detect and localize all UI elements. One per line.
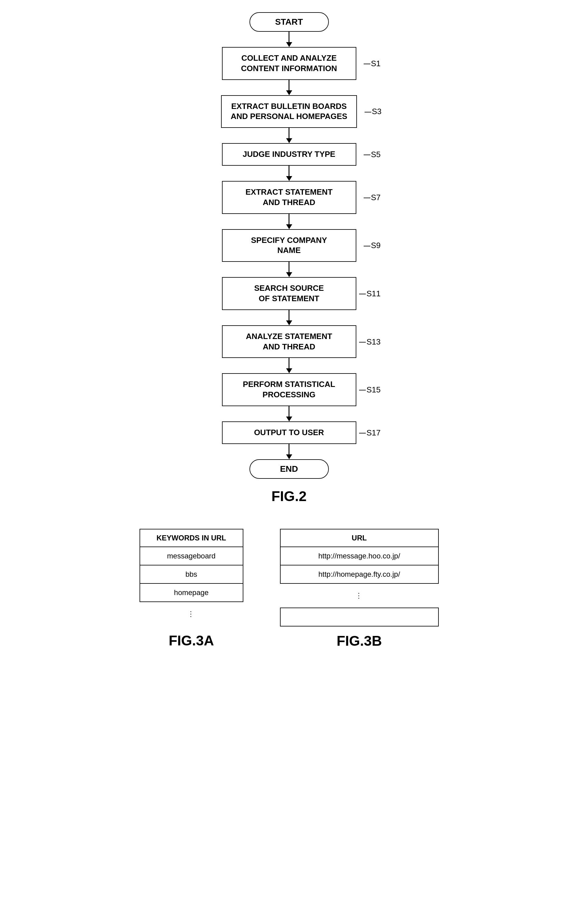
step-s5-box: JUDGE INDUSTRY TYPE [222, 143, 356, 166]
fig3b-row-1: http://message.hoo.co.jp/ [280, 547, 438, 565]
step-s3-tag: S3 [365, 107, 382, 116]
fig3a-label: FIG.3A [169, 632, 214, 649]
end-node: END [250, 459, 329, 479]
fig3a-dashed: ⋮ [140, 602, 243, 626]
table-row [280, 608, 438, 626]
step-s11-box: SEARCH SOURCE OF STATEMENT [222, 277, 356, 310]
fig3a-table: KEYWORDS IN URL messageboard bbs homepag… [140, 529, 244, 626]
arrow-3 [286, 166, 292, 181]
fig3b-empty1 [280, 608, 438, 626]
arrow-6 [286, 310, 292, 325]
step-s9-tag: S9 [364, 241, 381, 250]
step-s7-row: EXTRACT STATEMENT AND THREAD S7 [222, 181, 356, 214]
arrow-1 [286, 80, 292, 95]
table-row: ⋮ [140, 602, 243, 626]
step-s5-tag: S5 [364, 150, 381, 159]
step-s15-box: PERFORM STATISTICAL PROCESSING [222, 373, 356, 406]
step-s15-row: PERFORM STATISTICAL PROCESSING S15 [222, 373, 356, 406]
step-s3-box: EXTRACT BULLETIN BOARDS AND PERSONAL HOM… [221, 95, 357, 128]
step-s1-box: COLLECT AND ANALYZE CONTENT INFORMATION [222, 47, 356, 80]
arrow-head [286, 42, 292, 47]
step-s17-row: OUTPUT TO USER S17 [222, 421, 356, 444]
arrow-0 [286, 32, 292, 47]
table-row: ⋮ [280, 583, 438, 608]
fig3a-header: KEYWORDS IN URL [140, 529, 243, 547]
arrow-5 [286, 262, 292, 277]
fig3a-row-3: homepage [140, 583, 243, 602]
arrow-9 [286, 444, 292, 459]
step-s11-row: SEARCH SOURCE OF STATEMENT S11 [222, 277, 356, 310]
table-row: http://homepage.fty.co.jp/ [280, 565, 438, 583]
table-row: messageboard [140, 547, 243, 565]
step-s7-box: EXTRACT STATEMENT AND THREAD [222, 181, 356, 214]
diagram-container: START COLLECT AND ANALYZE CONTENT INFORM… [0, 0, 578, 649]
arrow-line [289, 32, 289, 42]
table-row: homepage [140, 583, 243, 602]
step-s9-row: SPECIFY COMPANY NAME S9 [222, 229, 356, 262]
arrow-8 [286, 406, 292, 421]
fig3b-label: FIG.3B [336, 633, 382, 649]
fig3b-dashed: ⋮ [280, 583, 438, 608]
fig3b-table: URL http://message.hoo.co.jp/ http://hom… [280, 529, 439, 626]
fig3b-row-2: http://homepage.fty.co.jp/ [280, 565, 438, 583]
step-s17-box: OUTPUT TO USER [222, 421, 356, 444]
table-row: http://message.hoo.co.jp/ [280, 547, 438, 565]
arrow-2 [286, 128, 292, 143]
arrow-7 [286, 358, 292, 373]
flowchart: START COLLECT AND ANALYZE CONTENT INFORM… [221, 12, 357, 479]
start-node: START [250, 12, 329, 32]
fig3a-row-1: messageboard [140, 547, 243, 565]
step-s9-box: SPECIFY COMPANY NAME [222, 229, 356, 262]
step-s13-box: ANALYZE STATEMENT AND THREAD [222, 325, 356, 358]
fig3a-row-2: bbs [140, 565, 243, 583]
step-s1-row: COLLECT AND ANALYZE CONTENT INFORMATION … [222, 47, 356, 80]
fig3a-section: KEYWORDS IN URL messageboard bbs homepag… [140, 529, 244, 649]
step-s13-row: ANALYZE STATEMENT AND THREAD S13 [222, 325, 356, 358]
table-row: bbs [140, 565, 243, 583]
step-s7-tag: S7 [364, 193, 381, 202]
step-s11-tag: S11 [359, 289, 380, 298]
fig3b-section: URL http://message.hoo.co.jp/ http://hom… [280, 529, 439, 649]
step-s15-tag: S15 [359, 385, 380, 395]
step-s5-row: JUDGE INDUSTRY TYPE S5 [222, 143, 356, 166]
fig3b-header: URL [280, 529, 438, 547]
start-terminal: START [250, 12, 329, 32]
step-s1-tag: S1 [364, 58, 381, 68]
tables-area: KEYWORDS IN URL messageboard bbs homepag… [0, 529, 578, 649]
arrow-4 [286, 214, 292, 229]
step-s3-row: EXTRACT BULLETIN BOARDS AND PERSONAL HOM… [221, 95, 357, 128]
step-s17-tag: S17 [359, 428, 380, 437]
fig2-label: FIG.2 [271, 488, 307, 505]
step-s13-tag: S13 [359, 337, 380, 346]
end-terminal: END [250, 459, 329, 479]
